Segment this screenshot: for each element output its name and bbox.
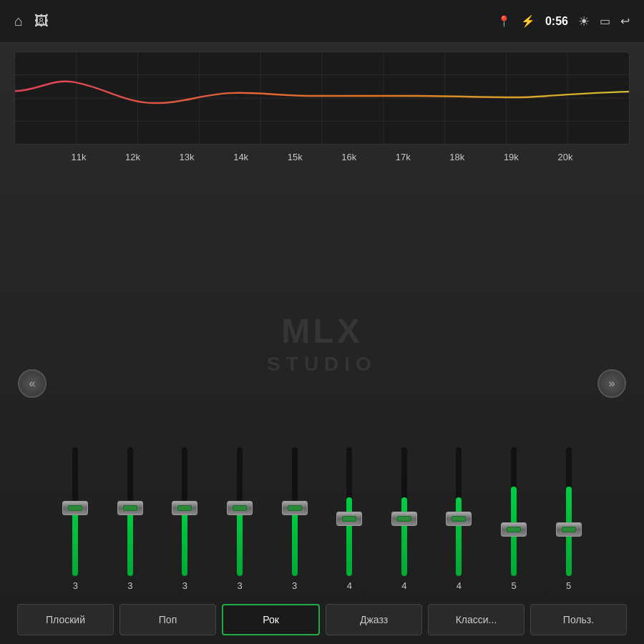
- slider-track-3[interactable]: [237, 447, 243, 576]
- preset-btn-5[interactable]: Польз.: [530, 604, 627, 635]
- slider-track-8[interactable]: [511, 447, 517, 576]
- slider-track-container-0: [50, 168, 101, 576]
- image-icon[interactable]: 🖼: [34, 13, 49, 29]
- slider-track-container-4: [269, 168, 320, 576]
- slider-fill-6: [401, 497, 407, 576]
- slider-value-6: 4: [401, 580, 406, 591]
- slider-col-4: 3: [269, 168, 320, 591]
- slider-track-container-9: [543, 168, 594, 576]
- nav-right-button[interactable]: »: [594, 168, 630, 598]
- freq-label-19k: 19k: [489, 152, 532, 162]
- slider-track-0[interactable]: [72, 447, 78, 576]
- slider-col-7: 4: [434, 168, 484, 591]
- slider-handle-8[interactable]: [501, 522, 527, 537]
- slider-col-1: 3: [105, 168, 156, 591]
- slider-track-7[interactable]: [456, 447, 462, 576]
- back-icon[interactable]: ↩: [620, 14, 630, 28]
- nav-left-button[interactable]: «: [14, 168, 50, 598]
- slider-handle-5[interactable]: [336, 512, 362, 526]
- slider-handle-inner-3: [233, 505, 247, 511]
- sliders-group: 3333344455: [50, 168, 594, 598]
- status-left: ⌂ 🖼: [14, 13, 49, 29]
- slider-value-9: 5: [566, 580, 571, 591]
- slider-fill-0: [72, 508, 78, 576]
- slider-track-container-7: [434, 168, 484, 576]
- slider-track-1[interactable]: [127, 447, 133, 576]
- brightness-icon[interactable]: ☀: [578, 14, 590, 29]
- preset-btn-4[interactable]: Класси...: [428, 604, 525, 635]
- eq-curve-display: [14, 52, 630, 145]
- slider-handle-9[interactable]: [556, 522, 582, 537]
- slider-fill-4: [292, 508, 298, 576]
- freq-label-20k: 20k: [544, 152, 587, 162]
- slider-handle-inner-4: [288, 505, 302, 511]
- slider-handle-inner-7: [452, 516, 466, 522]
- slider-fill-3: [237, 508, 243, 576]
- slider-track-container-8: [489, 168, 540, 576]
- nav-right-circle[interactable]: »: [597, 369, 626, 398]
- slider-handle-7[interactable]: [446, 512, 472, 526]
- slider-fill-7: [456, 497, 462, 576]
- nav-right-icon: »: [609, 377, 615, 390]
- slider-fill-1: [127, 508, 133, 576]
- slider-track-9[interactable]: [566, 447, 572, 576]
- home-icon[interactable]: ⌂: [14, 13, 23, 29]
- slider-track-5[interactable]: [346, 447, 352, 576]
- slider-handle-inner-0: [68, 505, 82, 511]
- bluetooth-icon: ⚡: [521, 14, 535, 28]
- slider-handle-6[interactable]: [391, 512, 417, 526]
- slider-value-4: 3: [292, 580, 297, 591]
- preset-btn-1[interactable]: Поп: [119, 604, 216, 635]
- eq-container: MLX STUDIO: [0, 43, 644, 644]
- slider-value-2: 3: [182, 580, 187, 591]
- slider-track-4[interactable]: [292, 447, 298, 576]
- freq-label-18k: 18k: [436, 152, 479, 162]
- slider-fill-5: [346, 497, 352, 576]
- slider-handle-inner-9: [562, 527, 576, 532]
- slider-col-9: 5: [543, 168, 594, 591]
- slider-track-6[interactable]: [401, 447, 407, 576]
- slider-handle-3[interactable]: [227, 501, 253, 515]
- slider-handle-inner-1: [123, 505, 137, 511]
- preset-btn-2[interactable]: Рок: [222, 604, 320, 635]
- slider-track-2[interactable]: [182, 447, 187, 576]
- slider-value-1: 3: [127, 580, 132, 591]
- preset-btn-0[interactable]: Плоский: [17, 604, 114, 635]
- slider-track-container-5: [324, 168, 375, 576]
- nav-left-icon: «: [29, 377, 36, 390]
- slider-value-0: 3: [73, 580, 78, 591]
- preset-btn-3[interactable]: Джазз: [326, 604, 422, 635]
- slider-value-5: 4: [347, 580, 352, 591]
- sliders-area: « 3333344455 »: [14, 168, 630, 598]
- freq-labels-row: 11k 12k 13k 14k 15k 16k 17k 18k 19k 20k: [14, 152, 630, 162]
- location-icon: 📍: [497, 15, 511, 28]
- freq-label-16k: 16k: [328, 152, 371, 162]
- device-container: ⌂ 🖼 📍 ⚡ 0:56 ☀ ▭ ↩ MLX STUDIO: [0, 0, 644, 644]
- slider-handle-inner-6: [397, 516, 411, 522]
- freq-label-15k: 15k: [273, 152, 316, 162]
- slider-col-6: 4: [379, 168, 430, 591]
- slider-track-container-3: [215, 168, 265, 576]
- nav-left-circle[interactable]: «: [18, 369, 47, 398]
- slider-handle-0[interactable]: [62, 501, 88, 515]
- slider-value-7: 4: [457, 580, 462, 591]
- slider-track-container-1: [105, 168, 156, 576]
- slider-handle-2[interactable]: [172, 501, 197, 515]
- slider-handle-1[interactable]: [117, 501, 143, 515]
- slider-handle-inner-5: [342, 516, 356, 522]
- time-display: 0:56: [545, 15, 568, 28]
- slider-col-3: 3: [215, 168, 265, 591]
- slider-value-3: 3: [237, 580, 242, 591]
- freq-label-14k: 14k: [220, 152, 263, 162]
- status-right: 📍 ⚡ 0:56 ☀ ▭ ↩: [497, 14, 630, 29]
- freq-label-12k: 12k: [112, 152, 155, 162]
- slider-handle-inner-2: [177, 505, 192, 511]
- slider-fill-2: [182, 508, 187, 576]
- presets-row: ПлоскийПопРокДжаззКласси...Польз.: [14, 604, 630, 635]
- slider-handle-4[interactable]: [282, 501, 308, 515]
- recents-icon[interactable]: ▭: [600, 14, 610, 28]
- slider-value-8: 5: [511, 580, 516, 591]
- slider-col-2: 3: [160, 168, 210, 591]
- slider-track-container-6: [379, 168, 430, 576]
- freq-label-11k: 11k: [57, 152, 100, 162]
